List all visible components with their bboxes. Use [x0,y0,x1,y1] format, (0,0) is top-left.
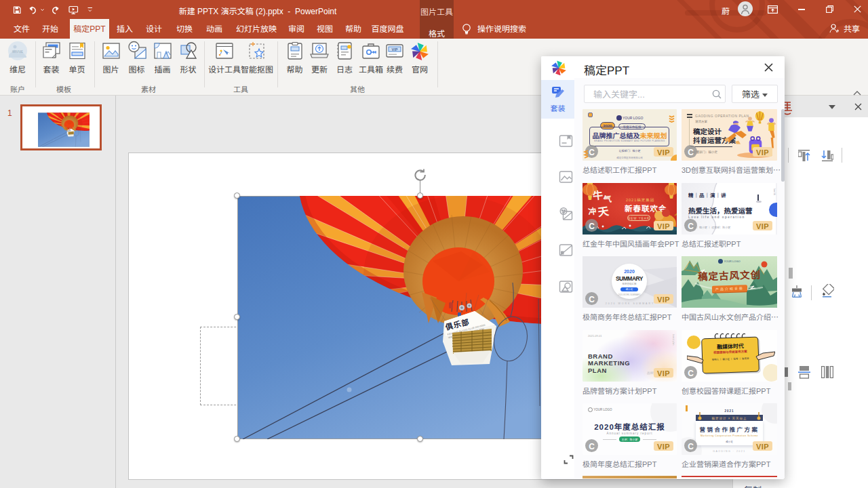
svg-text:VIP: VIP [392,47,398,52]
svg-text:WINNIE: WINNIE [12,49,23,54]
